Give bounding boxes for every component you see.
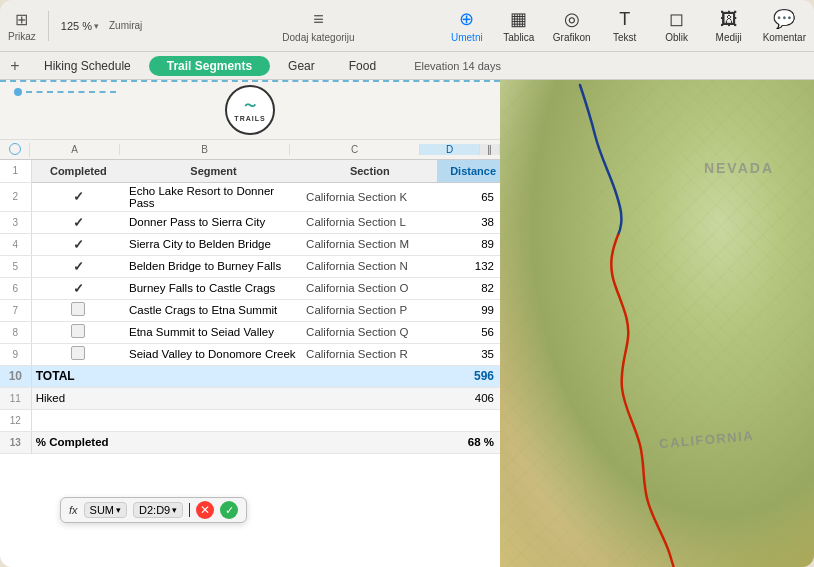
cell-completed[interactable]: ✓ xyxy=(31,233,125,255)
col-header-distance[interactable]: Distance xyxy=(437,160,500,182)
row-pct-completed: 13 % Completed 68 % xyxy=(0,431,500,453)
cell-completed[interactable]: ✓ xyxy=(31,255,125,277)
toolbar-center: ≡ Dodaj kategoriju xyxy=(196,9,441,43)
cell-distance: 89 xyxy=(437,233,500,255)
formula-func-dropdown[interactable]: SUM ▾ xyxy=(84,502,127,518)
tabbar: + Hiking Schedule Trail Segments Gear Fo… xyxy=(0,52,814,80)
map-area: NEVADA CALIFORNIA xyxy=(500,80,814,567)
table-row[interactable]: 6✓Burney Falls to Castle CragsCalifornia… xyxy=(0,277,500,299)
table-row[interactable]: 8Etna Summit to Seiad ValleyCalifornia S… xyxy=(0,321,500,343)
text-button[interactable]: T Tekst xyxy=(607,9,643,43)
tab-trail[interactable]: Trail Segments xyxy=(149,56,270,76)
cell-distance: 99 xyxy=(437,299,500,321)
cell-distance: 35 xyxy=(437,343,500,365)
table-button[interactable]: ▦ Tablica xyxy=(501,8,537,43)
tab-gear-label: Gear xyxy=(288,59,315,73)
logo-text: TRAILS xyxy=(234,115,265,122)
col-header-segment[interactable]: Segment xyxy=(125,160,302,182)
table-row[interactable]: 4✓Sierra City to Belden BridgeCalifornia… xyxy=(0,233,500,255)
table-row[interactable]: 9Seiad Valley to Donomore CreekCaliforni… xyxy=(0,343,500,365)
row-total[interactable]: 10 TOTAL 596 xyxy=(0,365,500,387)
shape-button[interactable]: ◻ Oblik xyxy=(659,8,695,43)
zoom-label: Zumiraj xyxy=(109,20,142,31)
tab-gear[interactable]: Gear xyxy=(272,56,331,76)
row-num-13: 13 xyxy=(0,431,31,453)
checkmark-icon: ✓ xyxy=(73,281,84,296)
cell-completed[interactable] xyxy=(31,343,125,365)
chart-button[interactable]: ◎ Grafikon xyxy=(553,8,591,43)
col-header-row xyxy=(0,143,30,157)
formula-func-label: SUM xyxy=(90,504,114,516)
column-headers: A B C D ‖ xyxy=(0,140,500,160)
cell-completed[interactable]: ✓ xyxy=(31,277,125,299)
cell-completed[interactable]: ✓ xyxy=(31,182,125,211)
map-overlay: NEVADA CALIFORNIA xyxy=(500,80,814,567)
cell-hiked-label: Hiked xyxy=(31,387,437,409)
cell-segment: Seiad Valley to Donomore Creek xyxy=(125,343,302,365)
cell-empty-12 xyxy=(31,409,500,431)
cell-segment: Castle Crags to Etna Summit xyxy=(125,299,302,321)
formula-confirm-button[interactable]: ✓ xyxy=(220,501,238,519)
checkbox-empty[interactable] xyxy=(71,346,85,360)
col-header-d[interactable]: D xyxy=(420,144,480,155)
toolbar-right: ⊕ Umetni ▦ Tablica ◎ Grafikon T Tekst ◻ … xyxy=(449,8,806,43)
checkbox-empty[interactable] xyxy=(71,302,85,316)
checkmark-icon: ✓ xyxy=(73,259,84,274)
toolbar-left: ⊞ Prikaz 125 % ▾ Zumiraj xyxy=(8,10,188,42)
cell-total-value: 596 xyxy=(437,365,500,387)
table-row[interactable]: 2✓Echo Lake Resort to Donner PassCalifor… xyxy=(0,182,500,211)
cell-distance: 132 xyxy=(437,255,500,277)
tab-hiking[interactable]: Hiking Schedule xyxy=(28,56,147,76)
main-area: 〜 TRAILS A B C D ‖ 1 Completed Segmen xyxy=(0,80,814,567)
insert-button[interactable]: ⊕ Umetni xyxy=(449,8,485,43)
add-category-button[interactable]: ≡ Dodaj kategoriju xyxy=(282,9,354,43)
chart-icon: ◎ xyxy=(564,8,580,30)
zoom-group[interactable]: 125 % ▾ xyxy=(61,20,99,32)
tab-food[interactable]: Food xyxy=(333,56,392,76)
formula-range-caret: ▾ xyxy=(172,505,177,515)
cell-distance: 65 xyxy=(437,182,500,211)
cell-completed[interactable] xyxy=(31,299,125,321)
cell-completed[interactable] xyxy=(31,321,125,343)
checkmark-icon: ✓ xyxy=(73,189,84,204)
text-label: Tekst xyxy=(613,32,636,43)
cell-pct-value: 68 % xyxy=(437,431,500,453)
media-button[interactable]: 🖼 Mediji xyxy=(711,9,747,43)
row-num-11: 11 xyxy=(0,387,31,409)
checkbox-empty[interactable] xyxy=(71,324,85,338)
checkmark-icon: ✓ xyxy=(73,237,84,252)
row-num: 8 xyxy=(0,321,31,343)
col-header-a[interactable]: A xyxy=(30,144,120,155)
col-header-completed[interactable]: Completed xyxy=(31,160,125,182)
checkmark-icon: ✓ xyxy=(73,215,84,230)
table-row[interactable]: 7Castle Crags to Etna SummitCalifornia S… xyxy=(0,299,500,321)
col-header-b[interactable]: B xyxy=(120,144,290,155)
add-category-icon: ≡ xyxy=(313,9,324,30)
table-row[interactable]: 3✓Donner Pass to Sierra CityCalifornia S… xyxy=(0,211,500,233)
table-row[interactable]: 5✓Belden Bridge to Burney FallsCaliforni… xyxy=(0,255,500,277)
formula-range-dropdown[interactable]: D2:D9 ▾ xyxy=(133,502,183,518)
col-header-c[interactable]: C xyxy=(290,144,420,155)
add-sheet-button[interactable]: + xyxy=(4,55,26,77)
formula-cancel-button[interactable]: ✕ xyxy=(196,501,214,519)
table-label: Tablica xyxy=(503,32,534,43)
formula-cursor xyxy=(189,503,190,517)
logo-wave: 〜 xyxy=(244,98,257,115)
cell-segment: Belden Bridge to Burney Falls xyxy=(125,255,302,277)
row-num: 3 xyxy=(0,211,31,233)
col-header-expand[interactable]: ‖ xyxy=(480,144,500,155)
cell-completed[interactable]: ✓ xyxy=(31,211,125,233)
text-icon: T xyxy=(619,9,630,30)
comment-button[interactable]: 💬 Komentar xyxy=(763,8,806,43)
table-body: 2✓Echo Lake Resort to Donner PassCalifor… xyxy=(0,182,500,453)
cell-section: California Section P xyxy=(302,299,437,321)
zoom-caret-icon: ▾ xyxy=(94,21,99,31)
row-num-10: 10 xyxy=(0,365,31,387)
col-header-section[interactable]: Section xyxy=(302,160,437,182)
view-button[interactable]: ⊞ Prikaz xyxy=(8,10,36,42)
view-icon: ⊞ xyxy=(15,10,28,29)
row-num-12: 12 xyxy=(0,409,31,431)
shape-label: Oblik xyxy=(665,32,688,43)
formula-func-caret: ▾ xyxy=(116,505,121,515)
insert-icon: ⊕ xyxy=(459,8,474,30)
